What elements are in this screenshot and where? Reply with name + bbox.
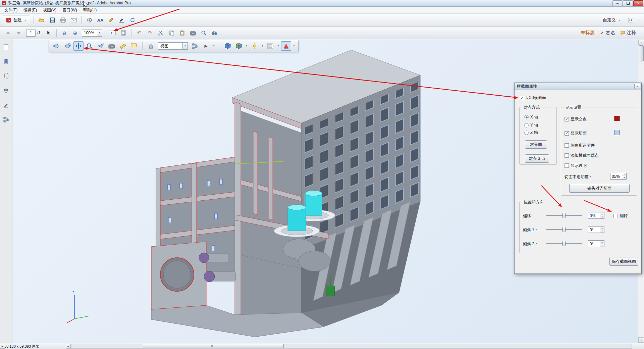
page-thumbnails-panel-button[interactable] xyxy=(2,43,10,51)
opacity-spinner[interactable]: 35%▲▼ xyxy=(610,173,627,180)
slider-thumb[interactable] xyxy=(562,213,566,218)
align-face-button[interactable]: 对齐面 xyxy=(525,140,547,149)
spinner-arrows[interactable]: ▲▼ xyxy=(600,240,604,247)
spin-down-icon[interactable]: ▼ xyxy=(622,176,626,179)
cut-button[interactable] xyxy=(156,28,166,38)
fit-page-button[interactable] xyxy=(118,28,128,38)
intersection-color-swatch[interactable] xyxy=(614,116,620,121)
background-dropdown-button[interactable]: ▾ xyxy=(276,41,280,51)
create-pdf-button[interactable]: 创建 ▾ xyxy=(3,15,29,25)
comment-3d-button[interactable] xyxy=(129,41,139,51)
sign-document-button[interactable] xyxy=(117,15,127,25)
use-3d-button[interactable] xyxy=(223,41,233,51)
spin-down-icon[interactable]: ▼ xyxy=(600,244,604,247)
copy-button[interactable] xyxy=(166,28,176,38)
marquee-zoom-button[interactable] xyxy=(199,28,209,38)
redo-button[interactable]: ↷ xyxy=(145,28,155,38)
close-button[interactable]: × xyxy=(633,0,643,6)
offset-slider[interactable] xyxy=(546,212,582,218)
minimize-button[interactable]: – xyxy=(612,0,623,6)
scroll-up-button[interactable]: ▲ xyxy=(638,40,644,45)
tilt1-spinner[interactable]: 0°▲▼ xyxy=(588,226,604,233)
show-transparent-checkbox[interactable]: ✓显示透明 xyxy=(565,163,587,168)
views-combo[interactable]: 视图 ▾ xyxy=(158,42,188,50)
dialog-close-button[interactable]: × xyxy=(634,84,640,89)
save-button[interactable] xyxy=(47,15,57,25)
views-dropdown-button[interactable]: ▾ xyxy=(183,42,188,50)
previous-page-button[interactable] xyxy=(3,28,13,38)
axis-z-radio[interactable]: Z 轴 xyxy=(524,130,538,136)
open-file-button[interactable] xyxy=(37,15,47,25)
lighting-dropdown-button[interactable]: ▾ xyxy=(261,41,264,51)
play-animation-button[interactable]: ▶ xyxy=(201,41,211,51)
tilt2-slider[interactable] xyxy=(546,241,582,247)
select-tool-button[interactable] xyxy=(44,28,54,38)
find-button[interactable] xyxy=(209,28,219,38)
offset-spinner[interactable]: 0%▲▼ xyxy=(588,212,604,219)
ignore-selected-parts-checkbox[interactable]: ✓忽略所选零件 xyxy=(565,143,595,148)
panel-tab-untitled[interactable]: 未标题 xyxy=(581,30,595,36)
page-number-input[interactable] xyxy=(26,30,36,37)
tilt1-slider[interactable] xyxy=(546,227,582,233)
align-camera-to-section-button[interactable]: 镜头对齐切面 xyxy=(569,184,630,193)
show-intersections-checkbox[interactable]: ✓显示交点 xyxy=(565,116,587,122)
horizontal-scrollbar[interactable] xyxy=(71,344,632,349)
model-tree-button[interactable] xyxy=(190,41,200,51)
background-color-button[interactable] xyxy=(265,41,275,51)
spinner-arrows[interactable]: ▲▼ xyxy=(600,212,604,219)
scroll-right-button[interactable]: ▶ xyxy=(0,344,5,349)
render-mode-button[interactable] xyxy=(234,41,244,51)
horizontal-scroll-thumb[interactable] xyxy=(142,344,284,348)
bookmarks-panel-button[interactable] xyxy=(2,58,10,66)
spin-up-icon[interactable]: ▲ xyxy=(622,173,626,176)
reading-mode-button[interactable] xyxy=(626,15,636,25)
fit-width-button[interactable] xyxy=(108,28,118,38)
print-button[interactable] xyxy=(58,15,68,25)
spin-tool-button[interactable] xyxy=(62,41,72,51)
zoom-level-input[interactable] xyxy=(82,30,97,37)
default-view-button[interactable] xyxy=(146,41,156,51)
undo-button[interactable]: ↶ xyxy=(134,28,144,38)
slider-thumb[interactable] xyxy=(562,227,566,232)
cross-section-toggle-button[interactable] xyxy=(281,41,291,51)
model-tree-panel-button[interactable] xyxy=(2,115,10,123)
spinner-arrows[interactable]: ▲▼ xyxy=(600,226,604,233)
align-3-points-button[interactable]: 对齐 3 点 xyxy=(525,154,549,163)
spin-up-icon[interactable]: ▲ xyxy=(600,227,604,230)
customize-toolbar-button[interactable]: 自定义▾ xyxy=(603,17,620,23)
scroll-down-button[interactable]: ▼ xyxy=(638,337,644,343)
rotate-pages-button[interactable] xyxy=(127,15,138,25)
zoom-out-button[interactable]: ⊖ xyxy=(59,28,69,38)
dialog-titlebar[interactable]: 横截面属性 xyxy=(515,83,641,90)
snapshot-button[interactable] xyxy=(188,28,198,38)
flip-checkbox[interactable]: ✓翻转 xyxy=(613,213,628,219)
lighting-button[interactable] xyxy=(250,41,260,51)
axis-x-radio[interactable]: X 轴 xyxy=(524,114,538,120)
fly-tool-button[interactable] xyxy=(96,41,106,51)
menu-help[interactable]: 帮助(H) xyxy=(80,7,100,14)
next-page-button[interactable] xyxy=(14,28,24,38)
plane-color-swatch[interactable] xyxy=(614,130,620,135)
spin-up-icon[interactable]: ▲ xyxy=(600,212,604,215)
panel-tab-sign[interactable]: 签名 xyxy=(600,30,615,36)
attachments-panel-button[interactable] xyxy=(2,72,10,80)
edit-text-button[interactable] xyxy=(106,15,116,25)
save-section-view-button[interactable]: 保存截面视图 xyxy=(609,257,638,266)
scroll-left-button[interactable]: ◀ xyxy=(66,344,71,349)
paste-button[interactable] xyxy=(177,28,187,38)
show-cutting-plane-checkbox[interactable]: ✓显示切面 xyxy=(565,131,587,136)
tilt2-spinner[interactable]: 0°▲▼ xyxy=(588,240,604,247)
spin-down-icon[interactable]: ▼ xyxy=(600,215,604,218)
spin-up-icon[interactable]: ▲ xyxy=(600,241,604,244)
panel-tab-comment[interactable]: 注释 xyxy=(621,30,636,36)
menu-edit[interactable]: 编辑(E) xyxy=(20,7,40,14)
enable-cross-section-checkbox[interactable]: ✓ 启用横截面 xyxy=(520,95,546,101)
zoom-dropdown-button[interactable]: ▾ xyxy=(97,30,102,37)
spinner-arrows[interactable]: ▲▼ xyxy=(622,173,627,180)
rotate-tool-button[interactable] xyxy=(51,41,61,51)
render-mode-dropdown-button[interactable]: ▾ xyxy=(245,41,249,51)
spin-down-icon[interactable]: ▼ xyxy=(600,230,604,233)
add-section-endpoints-checkbox[interactable]: ✓添加横截面端点 xyxy=(565,153,599,158)
window-titlebar[interactable]: 珠三角_高新沙泵站_综合_机间及副厂房总....pdf - Adobe Acro… xyxy=(0,0,644,7)
pan-tool-button[interactable] xyxy=(73,41,84,51)
